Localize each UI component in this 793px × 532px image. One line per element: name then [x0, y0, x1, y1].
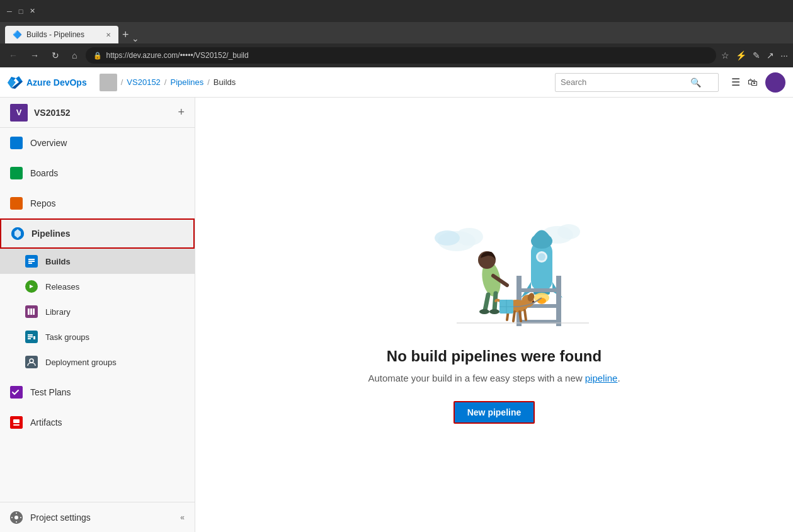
close-btn[interactable]: ✕: [28, 7, 37, 16]
svg-rect-14: [33, 336, 35, 339]
minimize-btn[interactable]: ─: [5, 7, 14, 16]
svg-rect-39: [516, 288, 561, 292]
sidebar-item-artifacts[interactable]: Artifacts: [0, 407, 195, 438]
extensions-icon[interactable]: ⚡: [736, 50, 746, 60]
breadcrumb-section[interactable]: Pipelines: [170, 77, 203, 87]
overview-icon: [10, 137, 23, 149]
lock-icon: 🔒: [93, 52, 102, 60]
releases-label: Releases: [45, 282, 79, 291]
sidebar-item-releases[interactable]: Releases: [0, 274, 195, 299]
sidebar-item-testplans[interactable]: Test Plans: [0, 377, 195, 407]
market-icon[interactable]: 🛍: [748, 77, 758, 88]
sidebar-item-builds[interactable]: Builds: [0, 249, 195, 274]
svg-rect-13: [28, 338, 31, 339]
breadcrumb-sep-3: /: [207, 77, 210, 87]
refresh-button[interactable]: ↻: [48, 49, 63, 62]
tab-favicon-icon: 🔷: [13, 30, 21, 39]
releases-icon: [25, 280, 38, 293]
artifacts-label: Artifacts: [30, 417, 62, 427]
more-icon[interactable]: ···: [780, 50, 788, 60]
breadcrumb-current: Builds: [214, 77, 236, 87]
tab-close-button[interactable]: ✕: [106, 31, 111, 38]
sidebar: V VS20152 + Overview Boards Repos: [0, 98, 195, 532]
search-box[interactable]: 🔍: [555, 73, 719, 92]
svg-line-46: [485, 295, 488, 310]
share-icon[interactable]: ↗: [767, 50, 774, 60]
azure-text: Azure DevOps: [26, 77, 87, 88]
window-controls: ─ □ ✕: [5, 7, 37, 16]
azure-logo-icon: [8, 75, 23, 90]
bookmarks-icon[interactable]: ☆: [721, 50, 729, 60]
library-icon: [25, 305, 38, 318]
boards-label: Boards: [30, 168, 58, 178]
project-name: VS20152: [34, 108, 171, 118]
taskgroups-icon: [25, 331, 38, 343]
breadcrumb-sep-2: /: [164, 77, 167, 87]
address-text: https://dev.azure.com/•••••/VS20152/_bui…: [106, 51, 248, 60]
tab-menu-button[interactable]: ⌄: [132, 33, 139, 43]
browser-titlebar: ─ □ ✕: [0, 0, 793, 22]
browser-toolbar-icons: ☆ ⚡ ✎ ↗ ···: [721, 50, 788, 60]
svg-point-27: [557, 224, 580, 239]
deployment-icon: [25, 356, 38, 368]
svg-rect-12: [28, 336, 33, 337]
sidebar-item-taskgroups[interactable]: Task groups: [0, 324, 195, 349]
forward-button[interactable]: →: [26, 49, 43, 62]
new-pipeline-button[interactable]: New pipeline: [454, 401, 535, 424]
sidebar-item-settings[interactable]: Project settings «: [0, 502, 195, 532]
search-icon[interactable]: 🔍: [690, 77, 701, 88]
active-tab[interactable]: 🔷 Builds - Pipelines ✕: [5, 26, 118, 43]
tab-title: Builds - Pipelines: [26, 30, 84, 39]
user-avatar[interactable]: [765, 72, 785, 93]
svg-point-48: [479, 309, 489, 314]
builds-label: Builds: [45, 257, 71, 266]
main-area: V VS20152 + Overview Boards Repos: [0, 98, 793, 532]
svg-rect-2: [28, 259, 35, 260]
empty-subtitle-text-end: .: [617, 373, 620, 383]
pen-icon[interactable]: ✎: [753, 50, 760, 60]
sidebar-item-overview[interactable]: Overview: [0, 128, 195, 158]
svg-rect-19: [13, 419, 20, 423]
search-input[interactable]: [561, 77, 687, 87]
svg-line-55: [520, 312, 521, 321]
tab-bar: 🔷 Builds - Pipelines ✕ + ⌄: [0, 22, 793, 43]
testplans-icon: [10, 386, 23, 399]
taskgroups-label: Task groups: [45, 332, 89, 342]
empty-illustration: [394, 207, 595, 332]
azure-word: Azure: [26, 77, 51, 88]
builds-icon: [25, 255, 38, 268]
sidebar-item-repos[interactable]: Repos: [0, 188, 195, 218]
empty-subtitle-link[interactable]: pipeline: [585, 373, 618, 383]
svg-rect-9: [33, 308, 35, 315]
collapse-sidebar-button[interactable]: «: [180, 513, 185, 522]
top-nav: Azure DevOps / VS20152 / Pipelines / Bui…: [0, 67, 793, 98]
app-container: Azure DevOps / VS20152 / Pipelines / Bui…: [0, 67, 793, 532]
svg-point-25: [435, 230, 460, 246]
svg-point-22: [14, 516, 18, 519]
notifications-icon[interactable]: ☰: [731, 76, 740, 88]
breadcrumb: / VS20152 / Pipelines / Builds: [100, 74, 547, 91]
sidebar-item-library[interactable]: Library: [0, 299, 195, 324]
pipelines-icon: [11, 227, 24, 240]
empty-state: No build pipelines were found Automate y…: [368, 207, 620, 424]
azure-devops-logo[interactable]: Azure DevOps: [8, 75, 87, 90]
home-button[interactable]: ⌂: [68, 49, 81, 62]
sidebar-item-boards[interactable]: Boards: [0, 158, 195, 188]
new-tab-button[interactable]: +: [122, 26, 129, 43]
sidebar-item-pipelines[interactable]: Pipelines: [0, 218, 195, 249]
repos-icon: [10, 197, 23, 210]
add-project-button[interactable]: +: [178, 106, 185, 119]
sidebar-item-deployment[interactable]: Deployment groups: [0, 349, 195, 375]
artifacts-icon: [10, 416, 23, 429]
breadcrumb-org-avatar: [100, 74, 117, 91]
sidebar-project-header: V VS20152 +: [0, 98, 195, 128]
svg-rect-38: [556, 276, 561, 326]
project-badge: V: [10, 104, 28, 122]
breadcrumb-project[interactable]: VS20152: [127, 77, 161, 87]
svg-point-49: [489, 309, 499, 314]
boards-icon: [10, 167, 23, 179]
back-button[interactable]: ←: [5, 49, 21, 62]
maximize-btn[interactable]: □: [16, 7, 25, 16]
address-field[interactable]: 🔒 https://dev.azure.com/•••••/VS20152/_b…: [86, 47, 716, 64]
svg-line-56: [525, 310, 526, 320]
